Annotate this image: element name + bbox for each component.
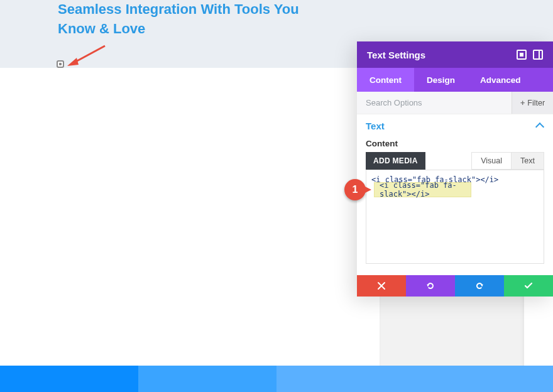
- field-label-content: Content: [357, 134, 553, 152]
- section-title: Text: [366, 121, 385, 131]
- callout-number: 1: [353, 184, 358, 195]
- dock-sidebar-icon[interactable]: [533, 50, 543, 60]
- page-heading: Seamless Integration With Tools You Know…: [58, 0, 309, 39]
- filter-label: Filter: [527, 99, 545, 107]
- chevron-up-icon[interactable]: [535, 122, 544, 131]
- add-media-button[interactable]: ADD MEDIA: [366, 152, 425, 170]
- panel-action-row: [357, 275, 553, 297]
- editor-view-tabs: Visual Text: [471, 152, 544, 170]
- expand-icon[interactable]: [517, 50, 527, 60]
- search-row: Filter: [357, 92, 553, 114]
- editor-highlight: <i class="fab fa-slack"></i>: [374, 182, 471, 197]
- undo-icon: [425, 281, 435, 291]
- panel-title: Text Settings: [367, 50, 425, 60]
- view-tab-text[interactable]: Text: [512, 152, 544, 170]
- redo-button[interactable]: [455, 275, 504, 297]
- view-tab-visual[interactable]: Visual: [471, 152, 512, 170]
- editor-highlight-text: <i class="fab fa-slack"></i>: [380, 181, 466, 199]
- media-row: ADD MEDIA Visual Text: [357, 152, 553, 170]
- callout-marker: 1: [344, 179, 366, 200]
- svg-line-0: [74, 46, 105, 63]
- tab-advanced[interactable]: Advanced: [468, 68, 534, 92]
- footer-color-band: [0, 366, 553, 392]
- close-icon: [376, 281, 386, 291]
- text-settings-panel: Text Settings Content Design Advanced Fi…: [357, 41, 553, 297]
- section-header[interactable]: Text: [357, 114, 553, 134]
- tab-content[interactable]: Content: [357, 68, 414, 92]
- panel-header: Text Settings: [357, 41, 553, 68]
- check-icon: [523, 281, 534, 291]
- settings-tabs: Content Design Advanced: [357, 68, 553, 92]
- tab-design[interactable]: Design: [414, 68, 468, 92]
- confirm-button[interactable]: [504, 275, 553, 297]
- annotation-arrow: [66, 44, 110, 69]
- svg-marker-1: [67, 58, 79, 66]
- search-input[interactable]: [357, 92, 512, 114]
- filter-button[interactable]: Filter: [512, 92, 553, 114]
- redo-icon: [474, 281, 485, 291]
- slack-icon-placeholder: [57, 60, 64, 68]
- undo-button[interactable]: [406, 275, 455, 297]
- cancel-button[interactable]: [357, 275, 406, 297]
